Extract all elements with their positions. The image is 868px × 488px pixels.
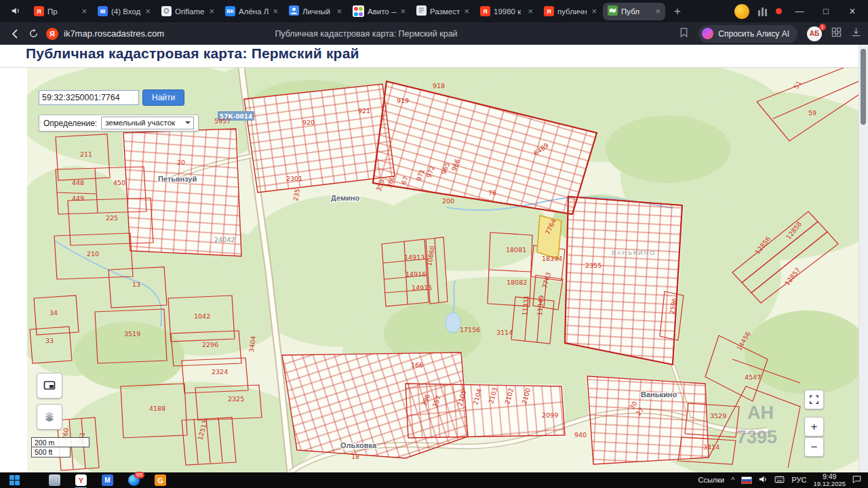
tray-links-label[interactable]: Ссылки: [698, 476, 725, 484]
layers-button[interactable]: [37, 404, 62, 430]
user-avatar[interactable]: [734, 4, 749, 19]
refresh-icon[interactable]: [24, 25, 42, 43]
bookmark-icon[interactable]: [679, 27, 689, 41]
parcel-label: 3114: [496, 329, 513, 336]
yandex-icon: Я: [544, 6, 554, 16]
sidebar-panels-icon[interactable]: [758, 7, 767, 16]
address-bar: Я ik7map.roscadastres.com Публичная када…: [0, 22, 868, 45]
tab-close-icon[interactable]: ×: [591, 7, 597, 16]
overview-map-button[interactable]: [37, 373, 62, 399]
browser-tab[interactable]: Япубличн×: [539, 3, 601, 20]
volume-icon[interactable]: [759, 475, 768, 485]
zoom-in-button[interactable]: +: [804, 417, 824, 436]
parcel-label: 225: [106, 214, 118, 222]
taskbar: YМ65G Ссылки ^ РУС 9:49 19.12.2025: [0, 472, 868, 488]
download-icon[interactable]: [851, 27, 861, 40]
alice-button[interactable]: Спросить Алису AI: [698, 25, 797, 43]
definition-select[interactable]: земельный участок: [101, 117, 194, 129]
yandex-icon: Я: [34, 6, 44, 16]
browser-tab[interactable]: Я19980 к×: [475, 3, 538, 20]
browser-tab[interactable]: Размест×: [412, 3, 474, 20]
page-header: Публичная кадастровая карта: Пермский кр…: [0, 45, 859, 68]
parcel-label: 3529: [710, 412, 726, 420]
definition-label: Определение:: [43, 119, 97, 128]
browser-tab[interactable]: OOriflame×: [157, 3, 219, 20]
parcel-label: 2296: [202, 341, 218, 348]
app-badge: 65: [134, 472, 144, 479]
tab-close-icon[interactable]: ×: [528, 7, 533, 16]
browser-tab[interactable]: [3, 3, 28, 20]
close-button[interactable]: ×: [844, 5, 861, 18]
tab-title: Алёна Л: [239, 7, 269, 16]
place-label: ВАНЬКИНО: [612, 249, 656, 256]
tab-close-icon[interactable]: ×: [273, 7, 278, 16]
parcel-label: 200: [442, 197, 454, 205]
parcel-label: 18: [351, 453, 359, 460]
browser-tab[interactable]: ЯПр×: [29, 3, 92, 20]
page-scrollbar[interactable]: [859, 45, 868, 472]
system-tray: Ссылки ^ РУС 9:49 19.12.2025: [698, 472, 864, 488]
alice-label: Спросить Алису AI: [718, 29, 789, 39]
map-scale: 200 m 500 ft: [31, 437, 90, 458]
scrollbar-thumb[interactable]: [861, 49, 866, 125]
tab-close-icon[interactable]: ×: [336, 7, 342, 16]
tab-close-icon[interactable]: ×: [81, 7, 87, 16]
ru-flag-icon[interactable]: [741, 476, 752, 484]
fullscreen-button[interactable]: [804, 390, 824, 409]
parcel-label: 4547: [745, 373, 761, 381]
maximize-button[interactable]: □: [817, 6, 835, 16]
action-center-icon[interactable]: [852, 475, 861, 485]
new-tab-button[interactable]: +: [669, 3, 686, 20]
taskbar-app-yandex-browser[interactable]: Y: [75, 474, 87, 486]
back-icon[interactable]: [7, 25, 24, 43]
parcel-label: 920: [302, 119, 315, 126]
parcel-label: 918: [433, 82, 445, 89]
parcel-label: 2301: [286, 175, 302, 182]
definition-panel: Определение: земельный участок: [39, 115, 199, 131]
parcel-label: 76: [488, 189, 496, 197]
taskbar-app-app-orange[interactable]: G: [155, 474, 166, 486]
tab-close-icon[interactable]: ×: [209, 7, 214, 16]
parcel-label: 3414: [703, 443, 719, 451]
cadastral-map[interactable]: 57К-0014 9189199219205957230123564893593…: [27, 68, 859, 472]
parcel-label: 14915: [412, 284, 432, 291]
parcel-label: 5957: [214, 117, 231, 125]
place-label: Ванькино: [641, 390, 677, 399]
parcel-label: 18082: [507, 279, 527, 286]
keyboard-icon[interactable]: [774, 476, 785, 485]
speaker-icon: [11, 6, 20, 17]
parcel-label: 2324: [212, 368, 228, 375]
vk-icon: ВК: [225, 6, 235, 16]
tray-language[interactable]: РУС: [791, 476, 806, 484]
browser-tab[interactable]: ВКАлёна Л×: [220, 3, 283, 20]
taskbar-app-app-round[interactable]: 65: [128, 474, 140, 486]
minimize-button[interactable]: —: [791, 6, 808, 16]
collections-icon[interactable]: [831, 27, 842, 40]
tray-clock[interactable]: 9:49 19.12.2025: [813, 472, 846, 488]
profile-avatar[interactable]: АБ 1: [807, 26, 822, 41]
tab-close-icon[interactable]: ×: [464, 7, 469, 16]
url-text[interactable]: ik7map.roscadastres.com: [64, 28, 164, 39]
browser-tab[interactable]: ✉(4) Вход×: [93, 3, 155, 20]
find-button[interactable]: Найти: [142, 89, 184, 106]
browser-tab[interactable]: Личный×: [284, 3, 347, 20]
parcel-label: 210: [87, 250, 99, 258]
parcel-label: 18394: [542, 255, 562, 262]
cadastral-search-input[interactable]: [39, 90, 139, 105]
parcel-label: 211: [80, 150, 92, 158]
parcel-label: 448: [72, 179, 84, 186]
parcel-label: 18081: [506, 246, 526, 253]
tab-close-icon[interactable]: ×: [145, 7, 151, 16]
start-button[interactable]: [4, 475, 24, 485]
tab-close-icon[interactable]: ×: [400, 7, 406, 16]
tab-title: Oriflame: [175, 7, 205, 16]
zoom-out-button[interactable]: −: [804, 437, 824, 457]
place-label: Демино: [331, 194, 359, 202]
tray-chevron-icon[interactable]: ^: [731, 476, 734, 484]
tab-close-icon[interactable]: ×: [655, 7, 660, 16]
browser-tab[interactable]: Публ×: [603, 3, 665, 20]
browser-tab[interactable]: Авито —×: [348, 3, 410, 20]
taskbar-app-app-blue[interactable]: М: [102, 474, 113, 486]
taskbar-app-app-window[interactable]: [49, 474, 60, 486]
tab-title: Авито —: [368, 7, 397, 16]
